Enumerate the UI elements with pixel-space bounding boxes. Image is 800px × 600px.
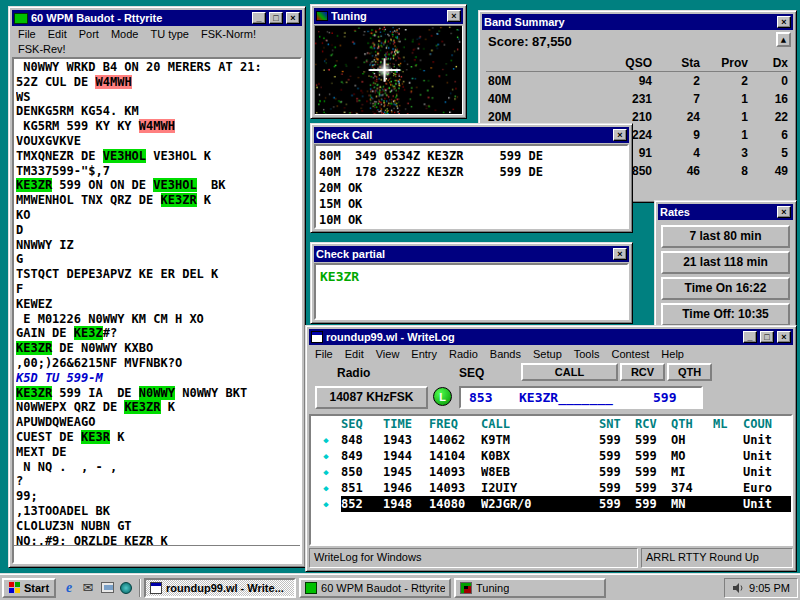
- terminal-text: K: [197, 193, 211, 207]
- log-cell: 14104: [429, 448, 481, 464]
- minimize-icon[interactable]: _: [743, 331, 757, 343]
- close-icon[interactable]: ×: [447, 10, 461, 22]
- entry-rcv-field[interactable]: 599: [653, 390, 676, 405]
- channels-icon[interactable]: [118, 580, 134, 596]
- close-icon[interactable]: ×: [777, 331, 791, 343]
- check-partial-titlebar[interactable]: Check partial ×: [314, 246, 629, 262]
- taskbar-button-60-wpm-baudot-rttyrite[interactable]: 60 WPM Baudot - Rttyrite: [299, 578, 451, 598]
- frequency-display[interactable]: 14087 KHzFSK: [315, 386, 428, 409]
- check-call-line: 80M 349 0534Z KE3ZR 599 DE: [319, 148, 624, 164]
- menu-tu-type[interactable]: TU type: [144, 27, 195, 41]
- tuning-titlebar[interactable]: Tuning ×: [314, 8, 463, 24]
- close-icon[interactable]: ×: [777, 206, 791, 218]
- menu-setup[interactable]: Setup: [527, 347, 568, 361]
- log-row[interactable]: ◆852194814080W2JGR/0599599MNUnit: [311, 496, 791, 512]
- menu-mode[interactable]: Mode: [105, 27, 145, 41]
- log-cell: [713, 432, 743, 448]
- log-cell: MI: [671, 464, 713, 480]
- close-icon[interactable]: ×: [613, 248, 627, 260]
- qth-button[interactable]: QTH: [667, 363, 712, 381]
- scroll-up-icon[interactable]: ▲: [776, 32, 791, 47]
- terminal-text: ,13TOOADEL BK: [16, 504, 110, 518]
- menu-file[interactable]: File: [309, 347, 339, 361]
- band-summary-titlebar[interactable]: Band Summary ×: [482, 14, 793, 30]
- terminal-line: KEWEZ: [16, 297, 298, 312]
- terminal-transmit-line[interactable]: L BK LURN NBNXO NQ3"-; QRZLDE KE2R K: [14, 545, 300, 562]
- log-cell: 849: [341, 448, 383, 464]
- menu-fsk-norm[interactable]: FSK-Norm!: [195, 27, 262, 41]
- outlook-icon[interactable]: ✉: [80, 580, 96, 596]
- highlighted-callsign: KE3Z: [74, 326, 103, 340]
- menu-fsk-rev[interactable]: FSK-Rev!: [12, 42, 72, 56]
- log-row[interactable]: ◆849194414104K0BX599599MOUnit: [311, 448, 791, 464]
- terminal-text: WS: [16, 90, 30, 104]
- menu-bands[interactable]: Bands: [484, 347, 527, 361]
- band-summary-cell: 5: [748, 146, 788, 160]
- band-summary-cell: 7: [652, 92, 700, 106]
- log-row[interactable]: ◆848194314062K9TM599599OHUnit: [311, 432, 791, 448]
- menu-view[interactable]: View: [370, 347, 406, 361]
- terminal-line: 99;: [16, 489, 298, 504]
- taskbar-button-roundup99-wl-write[interactable]: roundup99.wl - Write...: [144, 578, 296, 598]
- log-cell: 1945: [383, 464, 429, 480]
- close-icon[interactable]: ×: [777, 16, 791, 28]
- writelog-app-icon: [311, 331, 323, 343]
- highlighted-callsign: VE3HOL: [153, 178, 196, 192]
- menu-edit[interactable]: Edit: [339, 347, 370, 361]
- maximize-icon[interactable]: □: [269, 12, 283, 24]
- close-icon[interactable]: ×: [286, 12, 300, 24]
- log-grid-header-row: SEQTIMEFREQCALLSNTRCVQTHMLCOUN: [311, 416, 791, 432]
- tuning-display[interactable]: [315, 26, 462, 114]
- internet-explorer-icon[interactable]: e: [61, 580, 77, 596]
- terminal-text: NQ:,#9; QRZLDE KEZR K: [16, 534, 168, 546]
- close-icon[interactable]: ×: [613, 129, 627, 141]
- band-summary-header-row: QSOStaProvDx: [486, 54, 791, 72]
- menu-contest[interactable]: Contest: [605, 347, 655, 361]
- log-cell: 1943: [383, 432, 429, 448]
- writelog-titlebar[interactable]: roundup99.wl - WriteLog _ □ ×: [309, 329, 793, 345]
- terminal-text: F: [16, 282, 23, 296]
- rttyrite-title: 60 WPM Baudot - Rttyrite: [31, 12, 249, 24]
- log-cell: 599: [599, 496, 635, 512]
- band-summary-cell: 2: [700, 74, 748, 88]
- log-cell: [713, 448, 743, 464]
- terminal-line: CUEST DE KE3R K: [16, 430, 298, 445]
- taskbar-button-tuning[interactable]: Tuning: [454, 578, 606, 598]
- menu-edit[interactable]: Edit: [42, 27, 73, 41]
- terminal-receive-area[interactable]: N0WWY WRKD B4 ON 20 MERERS AT 21:52Z CUL…: [14, 59, 300, 545]
- menu-tools[interactable]: Tools: [568, 347, 606, 361]
- taskbar-button-label: 60 WPM Baudot - Rttyrite: [321, 582, 445, 594]
- start-button[interactable]: Start: [2, 578, 56, 598]
- maximize-icon[interactable]: □: [760, 331, 774, 343]
- menu-help[interactable]: Help: [655, 347, 690, 361]
- terminal-text: #?: [103, 326, 117, 340]
- menu-port[interactable]: Port: [73, 27, 105, 41]
- log-cell: Unit: [743, 432, 791, 448]
- check-call-titlebar[interactable]: Check Call ×: [314, 127, 629, 143]
- link-indicator-button[interactable]: L: [433, 387, 452, 406]
- call-button[interactable]: CALL: [521, 363, 618, 381]
- minimize-icon[interactable]: _: [252, 12, 266, 24]
- show-desktop-icon[interactable]: [99, 580, 115, 596]
- entry-seq-field[interactable]: 853: [469, 390, 492, 405]
- writelog-taskbar-icon: [150, 582, 162, 594]
- band-summary-cell: 1: [700, 110, 748, 124]
- volume-icon[interactable]: [732, 582, 744, 594]
- rates-titlebar[interactable]: Rates ×: [658, 204, 793, 220]
- menu-entry[interactable]: Entry: [405, 347, 443, 361]
- rttyrite-titlebar[interactable]: 60 WPM Baudot - Rttyrite _ □ ×: [12, 10, 302, 26]
- terminal-line: TMXQNEZR DE VE3HOL VE3HOL K: [16, 149, 298, 164]
- qso-entry-line[interactable]: 853 KE3ZR_______ 599: [459, 386, 703, 409]
- log-row[interactable]: ◆851194614093I2UIY599599374Euro: [311, 480, 791, 496]
- highlighted-callsign: W4MWH: [95, 75, 131, 89]
- terminal-text: 599 ON ON DE: [52, 178, 153, 192]
- menu-radio[interactable]: Radio: [443, 347, 484, 361]
- log-row[interactable]: ◆850194514093W8EB599599MIUnit: [311, 464, 791, 480]
- menu-file[interactable]: File: [12, 27, 42, 41]
- band-summary-cell: 46: [652, 164, 700, 178]
- rcv-button[interactable]: RCV: [620, 363, 665, 381]
- terminal-text: K: [110, 430, 124, 444]
- status-bar: WriteLog for Windows ARRL RTTY Round Up: [309, 548, 793, 568]
- band-summary-cell: 0: [748, 74, 788, 88]
- entry-call-field[interactable]: KE3ZR_______: [519, 390, 613, 405]
